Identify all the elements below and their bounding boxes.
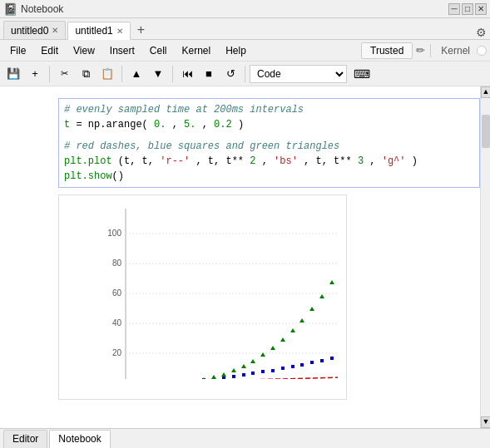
step-prev-button[interactable]: ⏮ [177, 64, 197, 84]
menu-kernel[interactable]: Kernel [176, 42, 218, 59]
output-area: 0 20 40 60 80 100 0 1 [0, 191, 480, 403]
svg-rect-29 [193, 379, 196, 382]
svg-rect-0 [92, 202, 346, 399]
svg-marker-54 [182, 381, 187, 385]
svg-text:1: 1 [172, 387, 177, 396]
menu-view[interactable]: View [67, 42, 101, 59]
svg-rect-39 [291, 365, 294, 368]
separator [430, 44, 431, 57]
tab-untitled1[interactable]: untitled1 ✕ [67, 22, 130, 40]
kernel-status-icon [477, 46, 487, 56]
svg-marker-50 [143, 383, 148, 387]
menu-cell[interactable]: Cell [143, 42, 174, 59]
gear-icon[interactable]: ⚙ [476, 26, 487, 39]
menu-help[interactable]: Help [219, 42, 253, 59]
svg-rect-42 [320, 359, 324, 362]
code-comment2: # red dashes, blue squares and green tri… [64, 139, 474, 154]
bottom-tab-editor[interactable]: Editor [3, 430, 47, 448]
bottom-tab-notebook-label: Notebook [58, 433, 101, 445]
svg-marker-53 [172, 382, 177, 386]
separator2 [121, 66, 122, 82]
code-cell: # evenly sampled time at 200ms intervals… [0, 96, 480, 190]
svg-rect-28 [183, 379, 186, 382]
code-line2: plt.plot (t, t, 'r--' , t, t** 2 , 'bs' … [64, 154, 474, 169]
svg-rect-25 [153, 381, 156, 384]
svg-marker-70 [339, 264, 344, 268]
svg-rect-43 [330, 357, 334, 360]
svg-text:100: 100 [107, 229, 121, 238]
tab-label-active: untitled1 [75, 25, 112, 37]
svg-text:80: 80 [112, 258, 122, 268]
svg-text:2: 2 [221, 387, 226, 396]
svg-rect-23 [134, 382, 137, 385]
kernel-label: Kernel [436, 45, 475, 57]
tab-close-untitled1[interactable]: ✕ [116, 27, 123, 36]
notebook-wrapper: # evenly sampled time at 200ms intervals… [0, 86, 480, 428]
minimize-button[interactable]: ─ [448, 3, 460, 15]
svg-rect-27 [173, 380, 176, 383]
tab-untitled0[interactable]: untitled0 ✕ [3, 21, 66, 39]
titlebar-controls: ─ □ ✕ [448, 3, 487, 15]
save-button[interactable]: 💾 [3, 64, 23, 84]
svg-rect-38 [281, 367, 285, 370]
bottom-tabs: Editor Notebook [0, 428, 490, 448]
titlebar-title: Notebook [21, 3, 448, 15]
tab-close-untitled0[interactable]: ✕ [52, 26, 58, 35]
svg-rect-40 [300, 363, 304, 367]
menu-edit[interactable]: Edit [34, 42, 65, 59]
restart-button[interactable]: ↺ [220, 64, 240, 84]
tab-add-button[interactable]: + [132, 21, 150, 39]
svg-text:60: 60 [112, 288, 122, 298]
svg-rect-26 [163, 381, 166, 384]
cell-editor[interactable]: # evenly sampled time at 200ms intervals… [58, 98, 480, 188]
svg-text:40: 40 [112, 318, 122, 327]
svg-rect-41 [310, 361, 314, 364]
menubar: File Edit View Insert Cell Kernel Help T… [0, 40, 490, 62]
svg-rect-37 [271, 369, 275, 372]
svg-rect-35 [251, 372, 255, 375]
stop-button[interactable]: ■ [199, 64, 219, 84]
bottom-tab-notebook[interactable]: Notebook [49, 430, 110, 448]
svg-marker-49 [133, 383, 138, 387]
notebook-content[interactable]: # evenly sampled time at 200ms intervals… [0, 86, 480, 428]
svg-text:0: 0 [123, 387, 128, 396]
scrollbar[interactable]: ▲ ▼ [480, 86, 490, 428]
scrollbar-thumb[interactable] [482, 115, 490, 148]
output-prompt [0, 191, 58, 403]
scroll-down-arrow[interactable]: ▼ [481, 416, 490, 428]
bottom-tab-editor-label: Editor [12, 433, 38, 445]
svg-text:20: 20 [112, 348, 122, 357]
copy-button[interactable]: ⧉ [76, 64, 96, 84]
svg-marker-51 [152, 383, 157, 387]
svg-text:4: 4 [319, 387, 324, 396]
svg-rect-33 [232, 375, 235, 378]
tab-label: untitled0 [11, 25, 48, 37]
titlebar: 📓 Notebook ─ □ ✕ [0, 0, 490, 18]
code-line3: plt.show() [64, 169, 474, 184]
move-up-button[interactable]: ▲ [126, 64, 146, 84]
close-button[interactable]: ✕ [475, 3, 487, 15]
edit-icon[interactable]: ✏ [416, 44, 425, 57]
chart-container: 0 20 40 60 80 100 0 1 [58, 194, 347, 400]
trusted-button[interactable]: Trusted [361, 42, 413, 59]
cut-button[interactable]: ✂ [54, 64, 74, 84]
notebook-icon: 📓 [3, 2, 17, 16]
tab-bar: untitled0 ✕ untitled1 ✕ + ⚙ [0, 18, 490, 40]
svg-text:3: 3 [270, 387, 275, 396]
svg-marker-55 [192, 379, 197, 383]
keyboard-button[interactable]: ⌨ [352, 64, 372, 84]
svg-rect-22 [124, 382, 127, 385]
svg-rect-24 [144, 382, 147, 385]
svg-marker-48 [123, 386, 128, 390]
separator4 [245, 66, 245, 82]
menu-file[interactable]: File [3, 42, 32, 59]
menu-insert[interactable]: Insert [103, 42, 141, 59]
svg-text:0: 0 [116, 378, 121, 387]
paste-button[interactable]: 📋 [97, 64, 117, 84]
add-cell-button[interactable]: + [25, 64, 45, 84]
maximize-button[interactable]: □ [462, 3, 473, 15]
main-area: # evenly sampled time at 200ms intervals… [0, 86, 490, 428]
move-down-button[interactable]: ▼ [148, 64, 168, 84]
scroll-up-arrow[interactable]: ▲ [481, 86, 490, 98]
cell-type-select[interactable]: Code Markdown Raw NBConvert Heading [250, 65, 347, 83]
